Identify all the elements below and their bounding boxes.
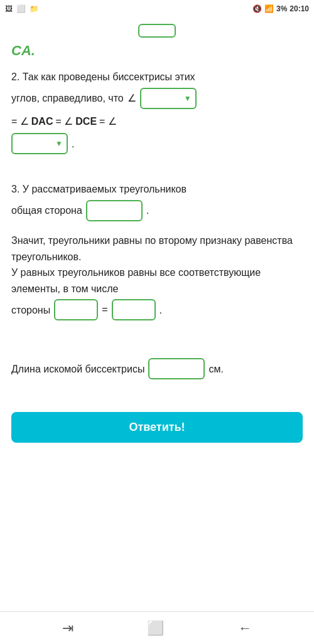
section-3-text3: Значит, треугольники равны по второму пр… bbox=[11, 233, 303, 265]
ca-heading: CA. bbox=[11, 43, 303, 59]
top-scroll-indicator bbox=[11, 24, 303, 38]
time-display: 20:10 bbox=[290, 4, 309, 13]
section-2-text2: углов, справедливо, что bbox=[11, 90, 124, 107]
section-3: 3. У рассматриваемых треугольников общая… bbox=[11, 181, 303, 323]
eq-dce: DCE bbox=[75, 113, 97, 131]
section-3-text1: 3. У рассматриваемых треугольников bbox=[11, 181, 303, 198]
eq-equals-3: = ∠ bbox=[99, 113, 117, 131]
eq-equals-1: = ∠ bbox=[11, 113, 29, 131]
section-2-equation: = ∠ DAC = ∠ DCE = ∠ bbox=[11, 113, 303, 131]
wifi-icon: 📶 bbox=[264, 4, 274, 13]
input-side-1[interactable] bbox=[54, 299, 98, 320]
input-common-side[interactable] bbox=[86, 200, 143, 221]
dropdown-2[interactable]: ▼ bbox=[11, 133, 68, 154]
section-3-common-side-row: общая сторона . bbox=[11, 200, 303, 221]
sides-equals: = bbox=[102, 304, 107, 315]
status-info-right: 🔇 📶 3% 20:10 bbox=[252, 4, 309, 13]
section-2-dropdown2-row: ▼ . bbox=[11, 133, 303, 154]
input-side-2[interactable] bbox=[112, 299, 156, 320]
sides-label: стороны bbox=[11, 302, 50, 319]
section-2-number: 2. bbox=[11, 71, 23, 82]
dropdown-2-arrow-icon: ▼ bbox=[55, 139, 63, 148]
nav-bar: ⇥ ⬜ ← bbox=[0, 611, 314, 644]
nav-menu-icon[interactable]: ⇥ bbox=[62, 620, 73, 636]
folder-icon: 📁 bbox=[30, 4, 39, 13]
section-3-text4: У равных треугольников равны все соответ… bbox=[11, 265, 303, 297]
period-2: . bbox=[146, 203, 149, 219]
battery-text: 3% bbox=[276, 4, 287, 13]
section-2-text1: 2. Так как проведены биссектрисы этих bbox=[11, 69, 303, 85]
angle-symbol-1: ∠ bbox=[127, 92, 136, 104]
period-3: . bbox=[160, 302, 162, 319]
section-3-text2: общая сторона bbox=[11, 203, 82, 219]
section-2-inline-row: углов, справедливо, что ∠ ▼ bbox=[11, 88, 303, 109]
submit-button[interactable]: Ответить! bbox=[11, 412, 303, 443]
final-unit: см. bbox=[208, 361, 223, 377]
mute-icon: 🔇 bbox=[252, 4, 262, 13]
eq-dac: DAC bbox=[31, 113, 53, 131]
status-bar: 🖼 ⬜ 📁 🔇 📶 3% 20:10 bbox=[0, 0, 314, 18]
input-final-answer[interactable] bbox=[148, 358, 205, 379]
eq-equals-2: = ∠ bbox=[55, 113, 73, 131]
indicator-box bbox=[138, 24, 176, 38]
section-3-number: 3. bbox=[11, 184, 23, 194]
dropdown-1-arrow-icon: ▼ bbox=[184, 94, 192, 103]
final-line-row: Длина искомой биссектрисы см. bbox=[11, 358, 303, 379]
section-3-sides-row: стороны = . bbox=[11, 299, 303, 320]
status-icons-left: 🖼 ⬜ 📁 bbox=[5, 4, 39, 13]
period-1: . bbox=[72, 136, 74, 152]
main-content: CA. 2. Так как проведены биссектрисы эти… bbox=[0, 18, 314, 611]
nav-square-icon[interactable]: ⬜ bbox=[147, 620, 164, 636]
social-icon: ⬜ bbox=[16, 4, 26, 13]
dropdown-1[interactable]: ▼ bbox=[140, 88, 197, 109]
final-line-text: Длина искомой биссектрисы bbox=[11, 361, 144, 377]
nav-back-icon[interactable]: ← bbox=[238, 620, 252, 636]
section-2: 2. Так как проведены биссектрисы этих уг… bbox=[11, 69, 303, 157]
image-icon: 🖼 bbox=[5, 4, 13, 13]
